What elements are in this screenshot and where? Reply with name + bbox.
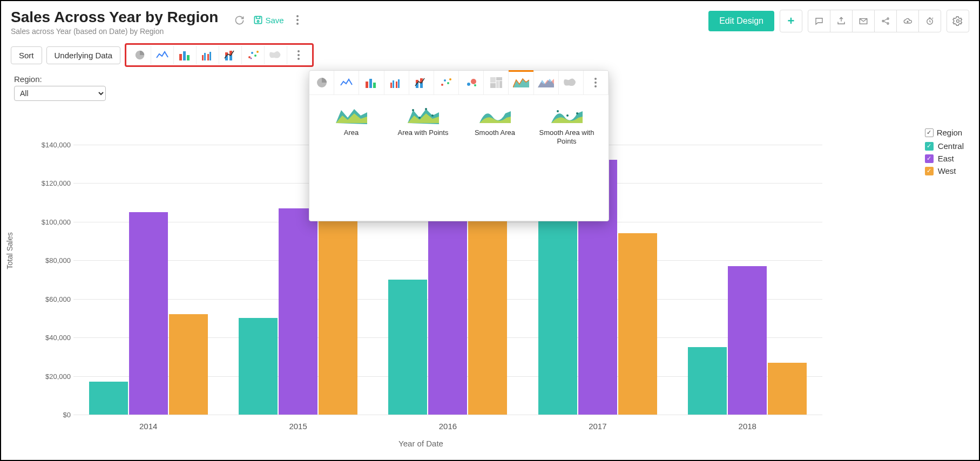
svg-point-24 xyxy=(250,58,252,59)
svg-point-20 xyxy=(248,56,251,58)
page-subtitle: Sales across Year (based on Date) by Reg… xyxy=(11,27,218,36)
sort-button[interactable]: Sort xyxy=(11,46,42,64)
pop-type-pie[interactable] xyxy=(309,71,334,94)
pop-type-area2[interactable] xyxy=(534,71,559,94)
popover-option[interactable]: Area with Points xyxy=(391,106,456,145)
y-tick-label: $20,000 xyxy=(30,372,71,380)
bar[interactable] xyxy=(688,347,727,415)
region-filter-select[interactable]: All xyxy=(14,86,106,101)
svg-point-4 xyxy=(887,18,889,19)
y-tick-label: $100,000 xyxy=(30,218,71,226)
svg-rect-9 xyxy=(179,54,182,60)
header-more-button[interactable] xyxy=(288,11,307,29)
svg-rect-32 xyxy=(398,79,400,88)
cloud-button[interactable] xyxy=(896,10,919,32)
legend-label: West xyxy=(938,166,956,175)
popover-option-label: Smooth Area xyxy=(475,128,515,137)
x-tick-label: 2014 xyxy=(139,422,157,431)
svg-point-43 xyxy=(474,84,476,86)
chart-type-bar[interactable] xyxy=(174,46,197,64)
svg-rect-44 xyxy=(490,77,496,83)
edit-design-button[interactable]: Edit Design xyxy=(708,11,774,31)
svg-rect-28 xyxy=(373,83,376,88)
svg-point-1 xyxy=(258,21,259,22)
y-tick-label: $40,000 xyxy=(30,334,71,342)
popover-option[interactable]: Smooth Area with Points xyxy=(535,106,599,145)
pop-type-stacked-bar[interactable] xyxy=(409,71,434,94)
export-button[interactable] xyxy=(830,10,853,32)
bar[interactable] xyxy=(129,212,168,415)
pop-type-scatter[interactable] xyxy=(434,71,459,94)
chart-type-line[interactable] xyxy=(151,46,174,64)
share-button[interactable] xyxy=(874,10,897,32)
legend-label: Central xyxy=(938,141,964,151)
page-title: Sales Across Year by Region xyxy=(11,9,218,26)
popover-option[interactable]: Smooth Area xyxy=(463,106,528,145)
svg-point-53 xyxy=(557,110,559,112)
y-tick-label: $120,000 xyxy=(30,179,71,187)
chart-type-stacked-bar[interactable] xyxy=(219,46,242,64)
bar[interactable] xyxy=(169,314,208,415)
pop-type-bar[interactable] xyxy=(359,71,384,94)
bar[interactable] xyxy=(279,208,317,415)
chart-type-map[interactable] xyxy=(265,46,287,64)
chart-type-pie[interactable] xyxy=(129,46,151,64)
bar[interactable] xyxy=(428,208,467,415)
bar[interactable] xyxy=(618,233,657,415)
y-tick-label: $140,000 xyxy=(30,140,71,148)
bar[interactable] xyxy=(388,280,427,415)
settings-button[interactable] xyxy=(947,10,969,32)
bar[interactable] xyxy=(319,216,357,415)
legend-swatch: ✓ xyxy=(925,154,934,163)
legend-item[interactable]: ✓Central xyxy=(925,141,964,151)
clock-button[interactable] xyxy=(918,10,941,32)
save-button[interactable]: Save xyxy=(249,12,287,28)
pop-type-map[interactable] xyxy=(559,71,584,94)
bar[interactable] xyxy=(728,266,767,415)
x-tick-label: 2018 xyxy=(739,422,756,431)
email-button[interactable] xyxy=(852,10,875,32)
add-button[interactable]: + xyxy=(780,10,802,32)
legend-header[interactable]: ✓ Region xyxy=(925,128,964,137)
svg-point-49 xyxy=(412,109,414,111)
svg-point-23 xyxy=(256,51,259,53)
popover-option-label: Area with Points xyxy=(398,128,449,137)
legend-item[interactable]: ✓East xyxy=(925,154,964,163)
bar[interactable] xyxy=(239,318,278,415)
svg-point-41 xyxy=(467,83,470,86)
bar[interactable] xyxy=(468,214,507,415)
underlying-data-button[interactable]: Underlying Data xyxy=(46,46,121,64)
x-tick-label: 2015 xyxy=(289,422,307,431)
chart-type-grouped-bar[interactable] xyxy=(197,46,219,64)
bar[interactable] xyxy=(768,363,807,415)
pop-type-more[interactable] xyxy=(584,71,609,94)
chart-type-scatter[interactable] xyxy=(242,46,265,64)
year-group: 2014 xyxy=(89,125,208,415)
pop-type-area[interactable] xyxy=(509,71,533,94)
popover-option-label: Area xyxy=(344,128,359,137)
refresh-button[interactable] xyxy=(230,11,248,29)
svg-rect-14 xyxy=(207,54,209,60)
y-tick-label: $0 xyxy=(30,411,71,419)
pop-type-treemap[interactable] xyxy=(484,71,509,94)
pop-type-grouped-bar[interactable] xyxy=(384,71,409,94)
svg-point-3 xyxy=(882,21,884,22)
pop-type-bubble[interactable] xyxy=(459,71,484,94)
svg-point-42 xyxy=(471,79,476,84)
popover-option[interactable]: Area xyxy=(319,106,384,145)
comment-button[interactable] xyxy=(808,10,830,32)
chart-type-more[interactable] xyxy=(287,46,310,64)
svg-point-50 xyxy=(418,117,421,119)
svg-point-37 xyxy=(441,84,443,86)
save-label: Save xyxy=(265,16,283,25)
legend-label: East xyxy=(938,154,954,163)
svg-rect-26 xyxy=(366,82,368,88)
pop-type-line[interactable] xyxy=(334,71,359,94)
svg-point-54 xyxy=(566,114,569,117)
svg-rect-48 xyxy=(490,83,496,88)
svg-point-5 xyxy=(887,23,889,24)
legend-item[interactable]: ✓West xyxy=(925,166,964,175)
bar[interactable] xyxy=(89,382,128,415)
svg-point-21 xyxy=(251,52,253,54)
svg-rect-45 xyxy=(496,77,502,80)
